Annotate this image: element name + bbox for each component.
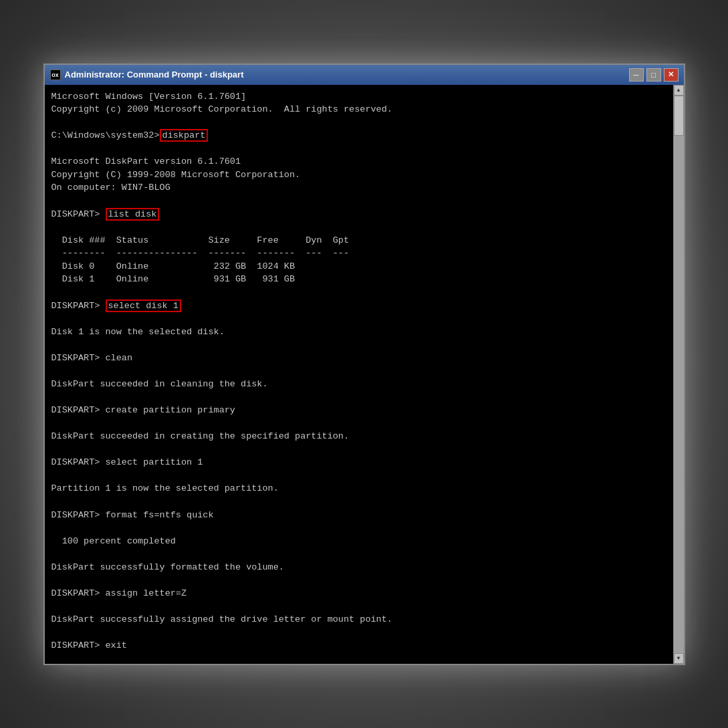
line-diskpart-version: Microsoft DiskPart version 6.1.7601 <box>51 155 665 168</box>
disk-selected-msg: Disk 1 is now the selected disk. <box>51 326 665 339</box>
scrollbar-up[interactable]: ▲ <box>674 85 684 96</box>
select-disk-highlighted: select disk 1 <box>106 299 181 312</box>
close-button[interactable]: ✕ <box>664 68 679 82</box>
line-blank-1 <box>51 116 665 130</box>
terminal-body: Microsoft Windows [Version 6.1.7601] Cop… <box>45 85 684 664</box>
line-1: Microsoft Windows [Version 6.1.7601] <box>51 90 665 104</box>
assign-success: DiskPart successfully assigned the drive… <box>51 613 665 626</box>
window-controls: ─ □ ✕ <box>629 68 679 82</box>
window-title: Administrator: Command Prompt - diskpart <box>65 70 629 80</box>
scrollbar-thumb[interactable] <box>674 96 684 136</box>
line-copyright: Copyright (C) 1999-2008 Microsoft Corpor… <box>51 168 665 182</box>
line-select-disk: DISKPART> select disk 1 <box>51 299 665 313</box>
format-percent: 100 percent completed <box>51 535 665 548</box>
prompt-text: C:\Windows\system32> <box>51 130 160 140</box>
line-2: Copyright (c) 2009 Microsoft Corporation… <box>51 103 665 116</box>
diskpart-prompt-1: DISKPART> <box>51 209 106 219</box>
partition-selected-msg: Partition 1 is now the selected partitio… <box>51 482 665 495</box>
line-blank-2 <box>51 142 665 156</box>
maximize-button[interactable]: □ <box>646 68 661 82</box>
disk-table-header: Disk ### Status Size Free Dyn Gpt <box>51 234 665 247</box>
line-exit: DISKPART> exit <box>51 639 665 652</box>
line-blank-6 <box>51 312 665 326</box>
minimize-button[interactable]: ─ <box>629 68 644 82</box>
line-blank-13 <box>51 495 665 509</box>
line-blank-7 <box>51 338 665 352</box>
scrollbar-track <box>674 96 684 653</box>
line-list-disk: DISKPART> list disk <box>51 208 665 221</box>
format-success: DiskPart successfully formatted the volu… <box>51 561 665 574</box>
line-select-partition: DISKPART> select partition 1 <box>51 456 665 469</box>
clean-success: DiskPart succeeded in cleaning the disk. <box>51 378 665 391</box>
line-assign: DISKPART> assign letter=Z <box>51 587 665 600</box>
line-blank-18 <box>51 626 665 640</box>
disk-table-sep: -------- --------------- ------- -------… <box>51 247 665 260</box>
line-clean: DISKPART> clean <box>51 352 665 365</box>
line-diskpart-cmd: C:\Windows\system32>diskpart <box>51 129 665 142</box>
line-blank-3 <box>51 195 665 208</box>
line-blank-12 <box>51 469 665 483</box>
title-bar: ox Administrator: Command Prompt - diskp… <box>45 65 684 85</box>
line-blank-15 <box>51 548 665 561</box>
line-computer: On computer: WIN7-BLOG <box>51 181 665 195</box>
window-icon: ox <box>50 70 61 80</box>
line-blank-16 <box>51 574 665 587</box>
terminal-content: Microsoft Windows [Version 6.1.7601] Cop… <box>51 90 677 652</box>
diskpart-prompt-2: DISKPART> <box>51 301 106 311</box>
line-blank-4 <box>51 221 665 234</box>
scrollbar[interactable]: ▲ ▼ <box>673 85 684 664</box>
disk-0-row: Disk 0 Online 232 GB 1024 KB <box>51 260 665 273</box>
line-blank-14 <box>51 521 665 535</box>
scrollbar-down[interactable]: ▼ <box>674 653 684 664</box>
line-create-partition: DISKPART> create partition primary <box>51 404 665 417</box>
create-success: DiskPart succeeded in creating the speci… <box>51 430 665 443</box>
line-blank-9 <box>51 390 665 404</box>
line-blank-8 <box>51 364 665 378</box>
line-blank-11 <box>51 443 665 457</box>
line-format: DISKPART> format fs=ntfs quick <box>51 509 665 522</box>
diskpart-highlighted: diskpart <box>160 129 209 142</box>
list-disk-highlighted: list disk <box>106 208 160 221</box>
line-blank-5 <box>51 286 665 299</box>
cmd-window: ox Administrator: Command Prompt - diskp… <box>43 64 685 665</box>
disk-1-row: Disk 1 Online 931 GB 931 GB <box>51 273 665 286</box>
line-blank-17 <box>51 600 665 613</box>
line-blank-10 <box>51 417 665 431</box>
